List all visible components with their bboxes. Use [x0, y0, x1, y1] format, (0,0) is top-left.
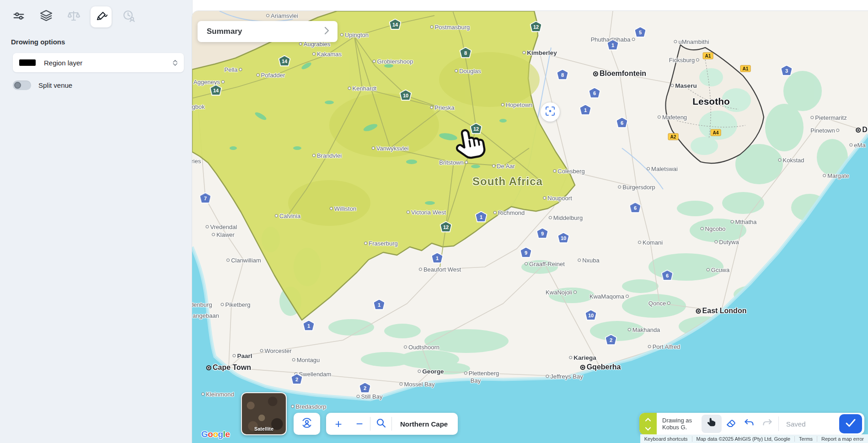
map-label: Gqeberha [580, 363, 621, 371]
eraser-button[interactable] [722, 415, 740, 433]
checkmark-icon [845, 418, 856, 429]
summary-title: Summary [207, 27, 324, 36]
route-shield: 2 [605, 334, 617, 346]
route-shield: 8 [557, 69, 569, 80]
confirm-button[interactable] [839, 414, 862, 433]
route-badge: A4 [711, 129, 721, 136]
layers-tool-button[interactable] [36, 6, 57, 27]
route-shield: 6 [589, 87, 601, 99]
searched-region-name: Northern Cape [392, 420, 456, 428]
map-label: Mafeteng [658, 114, 687, 121]
map-attribution-bar: Keyboard shortcutsMap data ©2025 AfriGIS… [640, 434, 868, 443]
map-label: Brandvlei [312, 152, 342, 159]
map-label: Britstown [439, 159, 468, 166]
map-label: Victoria West [407, 209, 446, 216]
region-layer-select[interactable]: Region layer [13, 53, 184, 72]
map-label: Douglas [455, 68, 481, 75]
map-label: Upington [340, 32, 369, 38]
map-label: denburg [192, 301, 212, 308]
map-label: eMa [849, 142, 865, 149]
save-status: Saved [781, 420, 811, 428]
map-label: Kakamas [312, 51, 342, 58]
zoom-out-button[interactable]: − [349, 413, 370, 435]
map-label: Jeffreys Bay [546, 373, 583, 380]
route-shield: 1 [303, 320, 315, 331]
scale-icon [66, 9, 81, 25]
map-label: KwaMaqoma [589, 293, 629, 300]
split-venue-toggle[interactable] [13, 80, 31, 90]
route-shield: 6 [629, 202, 642, 213]
map-label: Pella [225, 66, 242, 73]
map-label: KwaNojoli [546, 289, 577, 296]
route-shield: 6 [661, 270, 674, 281]
route-badge: A2 [668, 133, 679, 140]
zoom-in-button[interactable]: + [328, 413, 349, 435]
map-label: Calvinia [275, 213, 300, 219]
map-label: Graaff-Reinet [525, 261, 565, 267]
focus-region-button[interactable] [541, 102, 560, 122]
map-label: Paarl [232, 352, 252, 359]
route-shield: 14 [210, 85, 222, 96]
chevron-down-icon [645, 424, 651, 432]
tool-toolbar [8, 6, 139, 27]
map-label: Bay [471, 377, 481, 384]
sliders-tool-button[interactable] [8, 6, 29, 27]
undo-icon [744, 417, 755, 430]
route-shield: 5 [634, 27, 647, 38]
focus-icon [545, 106, 555, 118]
route-shield: 10 [585, 310, 597, 321]
route-badge: A1 [703, 53, 713, 59]
route-shield: 12 [470, 123, 482, 134]
highlighter-tool-button[interactable] [91, 6, 112, 27]
hand-pointer-icon [707, 417, 717, 430]
map-label: Ngcobo [701, 225, 726, 232]
redo-button[interactable] [758, 415, 777, 433]
route-shield: 2 [359, 382, 371, 394]
map-label: Margate [823, 172, 849, 179]
highlighter-icon [94, 9, 108, 25]
route-shield: 10 [400, 90, 412, 101]
split-venue-label: Split venue [38, 81, 72, 89]
map-label: Dutywa [714, 239, 739, 246]
map-label: angebaan [193, 312, 219, 319]
select-chevrons-icon [173, 60, 177, 66]
route-shield: 1 [475, 211, 488, 223]
locate-button[interactable] [294, 413, 320, 435]
attribution-item[interactable]: Terms [794, 436, 817, 442]
map-label: Fraserburg [364, 240, 398, 247]
route-badge: A1 [740, 65, 751, 72]
map-label: Hopetown [501, 101, 533, 108]
map-canvas[interactable]: AriamsvleiUpingtonAugrabiesKakamasGroble… [192, 11, 868, 443]
map-label: ngbok [192, 103, 205, 110]
map-label: Colesberg [553, 168, 584, 175]
map-label: Prieska [430, 104, 454, 111]
zoom-toolbar: + − Northern Cape [326, 413, 458, 435]
attribution-item[interactable]: Report a map error [817, 436, 868, 442]
map-label: Qonce [648, 300, 670, 307]
satellite-layer-button[interactable]: Satellite [241, 392, 287, 435]
route-shield: 10 [557, 232, 570, 244]
redo-icon [762, 417, 773, 430]
undo-button[interactable] [740, 415, 758, 433]
attribution-item[interactable]: Keyboard shortcuts [640, 436, 692, 442]
summary-panel[interactable]: Summary [198, 21, 338, 42]
map-label: Bloemfontein [593, 69, 646, 78]
map-label: Burgersdorp [618, 184, 655, 191]
history-tool-button[interactable] [118, 6, 139, 27]
map-label: South Africa [472, 175, 543, 188]
map-label: Lesotho [692, 96, 730, 107]
map-label: D [856, 126, 868, 134]
chevron-right-icon [324, 27, 329, 37]
map-label: Kimberley [522, 49, 557, 56]
map-label: De Aar [492, 163, 515, 170]
map-label: Montagu [292, 357, 320, 363]
map-label: Aggeneys [193, 79, 225, 85]
scale-tool-button[interactable] [63, 6, 84, 27]
search-button[interactable] [370, 413, 391, 435]
map-label: Klawer [212, 231, 235, 238]
route-shield: 1 [431, 252, 444, 264]
layers-icon [39, 9, 54, 25]
pan-tool-button[interactable] [702, 415, 722, 433]
map-label: Beaufort West [419, 266, 461, 273]
collapse-toolbar-button[interactable] [639, 413, 657, 435]
